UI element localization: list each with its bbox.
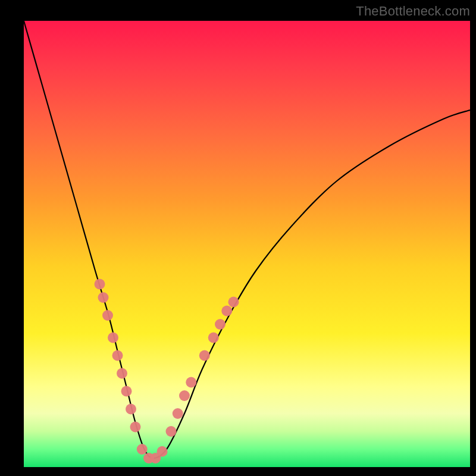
curve-marker [112, 350, 123, 361]
curve-marker [186, 377, 196, 388]
curve-marker [179, 390, 190, 401]
curve-marker [166, 426, 177, 437]
curve-marker [221, 306, 232, 317]
curve-marker [95, 279, 105, 290]
curve-marker [98, 292, 109, 303]
curve-marker [130, 422, 141, 433]
chart-overlay [24, 21, 470, 467]
curve-marker [108, 333, 118, 343]
chart-frame: TheBottleneck.com [0, 0, 476, 476]
curve-marker [117, 368, 127, 379]
curve-marker [215, 319, 226, 330]
curve-marker [199, 350, 210, 361]
curve-marker [121, 386, 132, 397]
curve-marker [173, 408, 183, 419]
bottleneck-curve [24, 21, 470, 458]
curve-marker [126, 404, 136, 415]
curve-marker [208, 333, 219, 343]
curve-marker [157, 446, 168, 457]
plot-area [24, 21, 470, 467]
watermark-text: TheBottleneck.com [356, 4, 470, 19]
curve-marker [102, 310, 113, 321]
curve-markers [95, 279, 239, 464]
curve-marker [137, 444, 148, 455]
curve-marker [228, 297, 239, 308]
